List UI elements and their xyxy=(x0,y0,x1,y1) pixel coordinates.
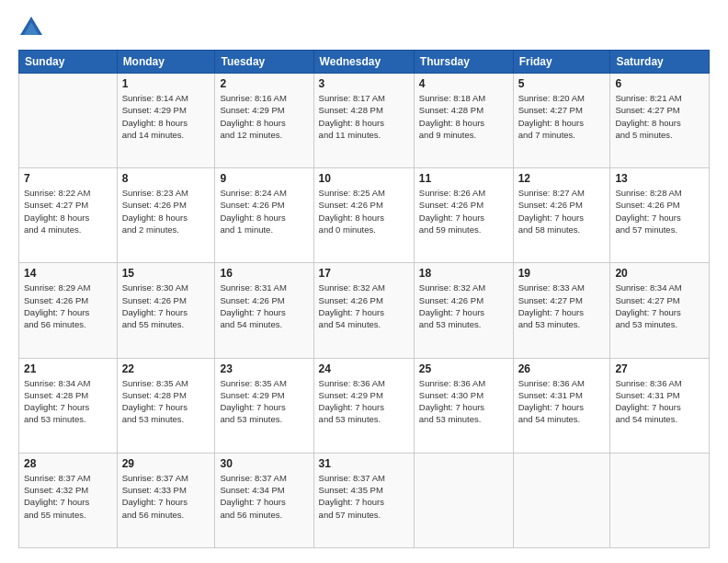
calendar-cell xyxy=(610,453,710,547)
calendar-cell: 27Sunrise: 8:36 AMSunset: 4:31 PMDayligh… xyxy=(610,358,710,453)
calendar-week-row: 14Sunrise: 8:29 AMSunset: 4:26 PMDayligh… xyxy=(19,263,710,358)
cell-date: 8 xyxy=(122,172,210,185)
calendar-cell: 10Sunrise: 8:25 AMSunset: 4:26 PMDayligh… xyxy=(313,168,414,263)
calendar-cell: 18Sunrise: 8:32 AMSunset: 4:26 PMDayligh… xyxy=(414,263,513,358)
cell-info: Sunrise: 8:16 AMSunset: 4:29 PMDaylight:… xyxy=(220,92,308,141)
cell-date: 30 xyxy=(220,457,308,470)
calendar-cell: 8Sunrise: 8:23 AMSunset: 4:26 PMDaylight… xyxy=(117,168,215,263)
cell-info: Sunrise: 8:14 AMSunset: 4:29 PMDaylight:… xyxy=(122,92,210,141)
calendar-cell: 30Sunrise: 8:37 AMSunset: 4:34 PMDayligh… xyxy=(215,453,313,547)
cell-info: Sunrise: 8:20 AMSunset: 4:27 PMDaylight:… xyxy=(518,92,606,141)
cell-info: Sunrise: 8:32 AMSunset: 4:26 PMDaylight:… xyxy=(419,282,508,330)
cell-info: Sunrise: 8:22 AMSunset: 4:27 PMDaylight:… xyxy=(24,187,112,236)
calendar-cell: 13Sunrise: 8:28 AMSunset: 4:26 PMDayligh… xyxy=(610,168,710,263)
calendar-cell: 14Sunrise: 8:29 AMSunset: 4:26 PMDayligh… xyxy=(19,263,118,358)
cell-date: 31 xyxy=(319,457,409,470)
calendar-body: 1Sunrise: 8:14 AMSunset: 4:29 PMDaylight… xyxy=(19,74,710,548)
calendar-week-row: 7Sunrise: 8:22 AMSunset: 4:27 PMDaylight… xyxy=(19,168,710,263)
calendar-cell: 20Sunrise: 8:34 AMSunset: 4:27 PMDayligh… xyxy=(610,263,710,358)
cell-date: 7 xyxy=(24,172,112,185)
cell-date: 3 xyxy=(319,77,409,90)
calendar-header: SundayMondayTuesdayWednesdayThursdayFrid… xyxy=(19,51,710,74)
calendar-cell: 21Sunrise: 8:34 AMSunset: 4:28 PMDayligh… xyxy=(19,358,118,453)
cell-info: Sunrise: 8:26 AMSunset: 4:26 PMDaylight:… xyxy=(419,187,508,236)
calendar-week-row: 28Sunrise: 8:37 AMSunset: 4:32 PMDayligh… xyxy=(19,453,710,547)
weekday-header: Thursday xyxy=(414,51,513,74)
cell-date: 23 xyxy=(220,362,308,375)
calendar-cell: 26Sunrise: 8:36 AMSunset: 4:31 PMDayligh… xyxy=(513,358,610,453)
cell-info: Sunrise: 8:37 AMSunset: 4:32 PMDaylight:… xyxy=(24,472,112,521)
header xyxy=(18,15,710,40)
cell-date: 5 xyxy=(518,77,606,90)
cell-date: 2 xyxy=(220,77,308,90)
cell-date: 22 xyxy=(122,362,210,375)
cell-info: Sunrise: 8:25 AMSunset: 4:26 PMDaylight:… xyxy=(319,187,409,236)
cell-date: 6 xyxy=(615,77,704,90)
weekday-header: Tuesday xyxy=(215,51,313,74)
cell-info: Sunrise: 8:36 AMSunset: 4:29 PMDaylight:… xyxy=(319,377,409,426)
cell-date: 10 xyxy=(319,172,409,185)
cell-date: 29 xyxy=(122,457,210,470)
cell-date: 14 xyxy=(24,267,112,280)
cell-date: 20 xyxy=(615,267,704,280)
cell-date: 12 xyxy=(518,172,606,185)
cell-info: Sunrise: 8:23 AMSunset: 4:26 PMDaylight:… xyxy=(122,187,210,236)
cell-date: 1 xyxy=(122,77,210,90)
cell-info: Sunrise: 8:30 AMSunset: 4:26 PMDaylight:… xyxy=(122,282,210,330)
calendar-cell: 15Sunrise: 8:30 AMSunset: 4:26 PMDayligh… xyxy=(117,263,215,358)
cell-info: Sunrise: 8:32 AMSunset: 4:26 PMDaylight:… xyxy=(319,282,409,330)
page: SundayMondayTuesdayWednesdayThursdayFrid… xyxy=(0,0,728,563)
calendar-cell xyxy=(19,74,118,168)
cell-info: Sunrise: 8:34 AMSunset: 4:27 PMDaylight:… xyxy=(615,282,704,330)
logo xyxy=(18,15,48,40)
cell-info: Sunrise: 8:33 AMSunset: 4:27 PMDaylight:… xyxy=(518,282,606,330)
cell-info: Sunrise: 8:28 AMSunset: 4:26 PMDaylight:… xyxy=(615,187,704,236)
weekday-header: Monday xyxy=(117,51,215,74)
cell-date: 28 xyxy=(24,457,112,470)
calendar-cell: 22Sunrise: 8:35 AMSunset: 4:28 PMDayligh… xyxy=(117,358,215,453)
calendar-cell: 5Sunrise: 8:20 AMSunset: 4:27 PMDaylight… xyxy=(513,74,610,168)
cell-info: Sunrise: 8:17 AMSunset: 4:28 PMDaylight:… xyxy=(319,92,409,141)
cell-info: Sunrise: 8:24 AMSunset: 4:26 PMDaylight:… xyxy=(220,187,308,236)
cell-date: 25 xyxy=(419,362,508,375)
cell-date: 15 xyxy=(122,267,210,280)
calendar-cell: 2Sunrise: 8:16 AMSunset: 4:29 PMDaylight… xyxy=(215,74,313,168)
calendar-cell: 1Sunrise: 8:14 AMSunset: 4:29 PMDaylight… xyxy=(117,74,215,168)
cell-date: 26 xyxy=(518,362,606,375)
calendar-cell: 31Sunrise: 8:37 AMSunset: 4:35 PMDayligh… xyxy=(313,453,414,547)
cell-date: 9 xyxy=(220,172,308,185)
calendar-cell xyxy=(513,453,610,547)
logo-icon xyxy=(18,15,44,40)
cell-info: Sunrise: 8:29 AMSunset: 4:26 PMDaylight:… xyxy=(24,282,112,330)
cell-date: 24 xyxy=(319,362,409,375)
calendar-cell: 11Sunrise: 8:26 AMSunset: 4:26 PMDayligh… xyxy=(414,168,513,263)
cell-date: 13 xyxy=(615,172,704,185)
calendar-header-row: SundayMondayTuesdayWednesdayThursdayFrid… xyxy=(19,51,710,74)
calendar-cell xyxy=(414,453,513,547)
cell-date: 11 xyxy=(419,172,508,185)
calendar-week-row: 1Sunrise: 8:14 AMSunset: 4:29 PMDaylight… xyxy=(19,74,710,168)
calendar-cell: 7Sunrise: 8:22 AMSunset: 4:27 PMDaylight… xyxy=(19,168,118,263)
cell-info: Sunrise: 8:27 AMSunset: 4:26 PMDaylight:… xyxy=(518,187,606,236)
cell-info: Sunrise: 8:37 AMSunset: 4:34 PMDaylight:… xyxy=(220,472,308,521)
cell-date: 21 xyxy=(24,362,112,375)
cell-info: Sunrise: 8:31 AMSunset: 4:26 PMDaylight:… xyxy=(220,282,308,330)
calendar-cell: 25Sunrise: 8:36 AMSunset: 4:30 PMDayligh… xyxy=(414,358,513,453)
cell-date: 18 xyxy=(419,267,508,280)
cell-date: 16 xyxy=(220,267,308,280)
weekday-header: Friday xyxy=(513,51,610,74)
calendar-week-row: 21Sunrise: 8:34 AMSunset: 4:28 PMDayligh… xyxy=(19,358,710,453)
cell-info: Sunrise: 8:35 AMSunset: 4:28 PMDaylight:… xyxy=(122,377,210,426)
cell-info: Sunrise: 8:35 AMSunset: 4:29 PMDaylight:… xyxy=(220,377,308,426)
calendar-cell: 19Sunrise: 8:33 AMSunset: 4:27 PMDayligh… xyxy=(513,263,610,358)
cell-info: Sunrise: 8:21 AMSunset: 4:27 PMDaylight:… xyxy=(615,92,704,141)
cell-date: 17 xyxy=(319,267,409,280)
cell-info: Sunrise: 8:37 AMSunset: 4:35 PMDaylight:… xyxy=(319,472,409,521)
cell-date: 19 xyxy=(518,267,606,280)
calendar-cell: 16Sunrise: 8:31 AMSunset: 4:26 PMDayligh… xyxy=(215,263,313,358)
cell-info: Sunrise: 8:36 AMSunset: 4:31 PMDaylight:… xyxy=(615,377,704,426)
calendar-cell: 3Sunrise: 8:17 AMSunset: 4:28 PMDaylight… xyxy=(313,74,414,168)
cell-info: Sunrise: 8:36 AMSunset: 4:31 PMDaylight:… xyxy=(518,377,606,426)
calendar-cell: 17Sunrise: 8:32 AMSunset: 4:26 PMDayligh… xyxy=(313,263,414,358)
weekday-header: Sunday xyxy=(19,51,118,74)
